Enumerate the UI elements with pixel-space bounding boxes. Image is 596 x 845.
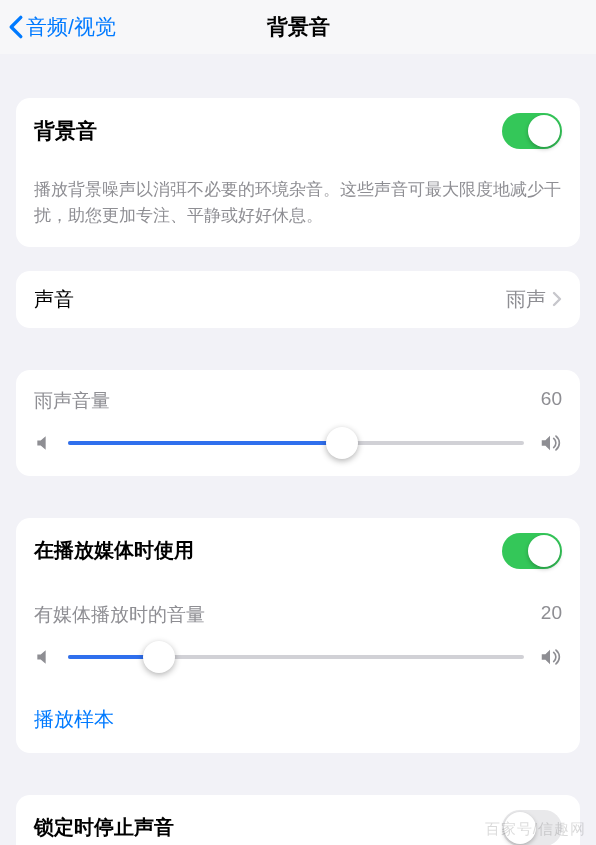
volume-value: 60 bbox=[541, 388, 562, 414]
switch-knob bbox=[528, 535, 560, 567]
lock-toggle-label: 锁定时停止声音 bbox=[34, 814, 174, 841]
back-label: 音频/视觉 bbox=[26, 13, 116, 41]
row-lock-toggle: 锁定时停止声音 bbox=[16, 795, 580, 845]
media-volume-slider[interactable] bbox=[68, 655, 524, 659]
background-sound-description: 播放背景噪声以消弭不必要的环境杂音。这些声音可最大限度地减少干扰，助您更加专注、… bbox=[16, 164, 580, 247]
sound-value-wrap: 雨声 bbox=[506, 286, 562, 313]
row-media-toggle: 在播放媒体时使用 bbox=[16, 518, 580, 584]
volume-slider-thumb[interactable] bbox=[326, 427, 358, 459]
nav-header: 音频/视觉 背景音 bbox=[0, 0, 596, 54]
volume-high-icon bbox=[538, 432, 562, 454]
sound-value: 雨声 bbox=[506, 286, 546, 313]
volume-slider-block: 雨声音量 60 bbox=[16, 370, 580, 476]
switch-knob bbox=[528, 115, 560, 147]
sound-label: 声音 bbox=[34, 286, 74, 313]
volume-low-icon bbox=[34, 647, 54, 667]
media-volume-value: 20 bbox=[541, 602, 562, 628]
volume-slider[interactable] bbox=[68, 441, 524, 445]
group-main-toggle: 背景音 播放背景噪声以消弭不必要的环境杂音。这些声音可最大限度地减少干扰，助您更… bbox=[16, 98, 580, 247]
play-sample-link[interactable]: 播放样本 bbox=[16, 690, 580, 753]
volume-low-icon bbox=[34, 433, 54, 453]
media-volume-block: 有媒体播放时的音量 20 bbox=[16, 584, 580, 690]
row-sound-select[interactable]: 声音 雨声 bbox=[16, 271, 580, 328]
back-button[interactable]: 音频/视觉 bbox=[8, 13, 116, 41]
media-volume-label: 有媒体播放时的音量 bbox=[34, 602, 205, 628]
background-sound-switch[interactable] bbox=[502, 113, 562, 149]
group-volume: 雨声音量 60 bbox=[16, 370, 580, 476]
background-sound-label: 背景音 bbox=[34, 117, 97, 145]
lock-toggle-switch[interactable] bbox=[502, 810, 562, 845]
volume-high-icon bbox=[538, 646, 562, 668]
row-background-sound-toggle: 背景音 bbox=[16, 98, 580, 164]
media-volume-thumb[interactable] bbox=[143, 641, 175, 673]
chevron-left-icon bbox=[8, 15, 24, 39]
media-toggle-switch[interactable] bbox=[502, 533, 562, 569]
group-media: 在播放媒体时使用 有媒体播放时的音量 20 bbox=[16, 518, 580, 753]
switch-knob bbox=[504, 812, 536, 844]
group-sound-select: 声音 雨声 bbox=[16, 271, 580, 328]
chevron-right-icon bbox=[552, 291, 562, 307]
volume-label: 雨声音量 bbox=[34, 388, 110, 414]
volume-slider-fill bbox=[68, 441, 342, 445]
group-lock: 锁定时停止声音 启用时，背景音在 iPad 锁定时将会停止。 bbox=[16, 795, 580, 845]
media-toggle-label: 在播放媒体时使用 bbox=[34, 537, 194, 564]
